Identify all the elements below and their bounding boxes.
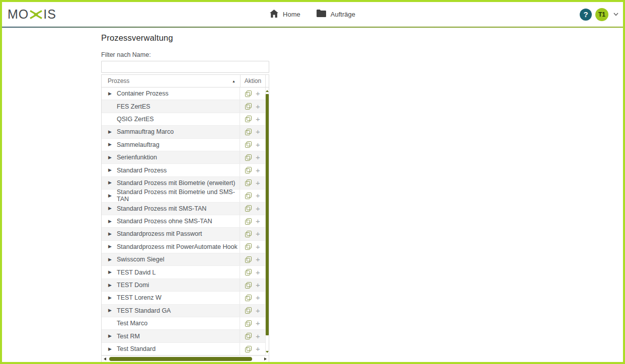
help-button[interactable]: ? bbox=[580, 9, 592, 21]
moxis-logo[interactable]: MO IS bbox=[8, 7, 56, 22]
scroll-right-arrow-icon[interactable] bbox=[264, 357, 267, 360]
add-icon[interactable]: + bbox=[256, 205, 260, 213]
copy-icon[interactable] bbox=[245, 295, 252, 301]
expand-arrow-icon[interactable]: ▶ bbox=[108, 347, 112, 351]
table-row[interactable]: ▶ Test Standard + bbox=[102, 343, 265, 355]
add-icon[interactable]: + bbox=[256, 89, 260, 98]
copy-icon[interactable] bbox=[245, 205, 252, 212]
expand-arrow-icon[interactable]: ▶ bbox=[108, 244, 112, 249]
column-header-prozess[interactable]: Prozess ▲ bbox=[102, 75, 240, 87]
add-icon[interactable]: + bbox=[256, 332, 260, 340]
copy-icon[interactable] bbox=[245, 116, 252, 122]
add-icon[interactable]: + bbox=[256, 230, 260, 238]
add-icon[interactable]: + bbox=[256, 319, 260, 327]
expand-arrow-icon[interactable]: ▶ bbox=[108, 130, 112, 134]
add-icon[interactable]: + bbox=[256, 179, 260, 187]
copy-icon[interactable] bbox=[245, 346, 252, 352]
copy-icon[interactable] bbox=[245, 269, 252, 276]
table-row[interactable]: ▶ Swisscom Siegel + bbox=[102, 253, 265, 266]
copy-icon[interactable] bbox=[245, 167, 252, 173]
copy-icon[interactable] bbox=[245, 256, 252, 263]
table-row[interactable]: ▶ Sammauftrag Marco + bbox=[102, 126, 265, 138]
add-icon[interactable]: + bbox=[256, 268, 260, 277]
add-icon[interactable]: + bbox=[256, 243, 260, 251]
table-row[interactable]: ▶ TEST David L + bbox=[102, 266, 265, 279]
process-name: Test Standard bbox=[117, 345, 155, 352]
add-icon[interactable]: + bbox=[256, 217, 260, 225]
table-row[interactable]: ▶ Standard Prozess mit SMS-TAN + bbox=[102, 203, 265, 215]
table-row[interactable]: ▶ Container Prozess + bbox=[102, 87, 265, 100]
user-menu-chevron-down-icon[interactable] bbox=[613, 13, 618, 16]
copy-icon[interactable] bbox=[245, 103, 252, 110]
filter-name-input[interactable] bbox=[101, 61, 269, 73]
expand-arrow-icon[interactable]: ▶ bbox=[108, 283, 112, 288]
scroll-left-arrow-icon[interactable] bbox=[104, 357, 106, 360]
add-icon[interactable]: + bbox=[256, 141, 260, 149]
nav-item-auftraege[interactable]: Aufträge bbox=[317, 10, 355, 19]
copy-icon[interactable] bbox=[245, 231, 252, 237]
copy-icon[interactable] bbox=[245, 90, 252, 97]
table-row[interactable]: ▶ Test Marco + bbox=[102, 317, 265, 330]
add-icon[interactable]: + bbox=[256, 115, 260, 123]
add-icon[interactable]: + bbox=[256, 128, 260, 136]
copy-icon[interactable] bbox=[245, 243, 252, 250]
vertical-scrollbar[interactable] bbox=[265, 87, 269, 355]
expand-arrow-icon[interactable]: ▶ bbox=[108, 168, 112, 172]
expand-arrow-icon[interactable]: ▶ bbox=[108, 232, 112, 236]
table-row[interactable]: ▶ Test RM + bbox=[102, 330, 265, 342]
table-row[interactable]: ▶ Standardprozess mit PowerAutomate Hook… bbox=[102, 241, 265, 253]
expand-arrow-icon[interactable]: ▶ bbox=[108, 334, 112, 338]
table-row[interactable]: ▶ FES ZertES + bbox=[102, 100, 265, 113]
page: MO IS Home bbox=[0, 0, 625, 364]
table-row[interactable]: ▶ TEST Lorenz W + bbox=[102, 292, 265, 304]
expand-arrow-icon[interactable]: ▶ bbox=[108, 194, 112, 198]
table-row[interactable]: ▶ Standard Prozess ohne SMS-TAN + bbox=[102, 215, 265, 228]
expand-arrow-icon[interactable]: ▶ bbox=[108, 92, 112, 96]
add-icon[interactable]: + bbox=[256, 307, 260, 315]
expand-arrow-icon[interactable]: ▶ bbox=[108, 270, 112, 275]
table-row[interactable]: ▶ Sammelauftrag + bbox=[102, 139, 265, 151]
expand-arrow-icon[interactable]: ▶ bbox=[108, 180, 112, 185]
add-icon[interactable]: + bbox=[256, 166, 260, 174]
table-row[interactable]: ▶ TEST Standard GA + bbox=[102, 305, 265, 317]
process-name: TEST Lorenz W bbox=[117, 294, 162, 301]
expand-arrow-icon[interactable]: ▶ bbox=[108, 257, 112, 262]
copy-icon[interactable] bbox=[245, 320, 252, 327]
add-icon[interactable]: + bbox=[256, 294, 260, 302]
table-row[interactable]: ▶ QSIG ZertES + bbox=[102, 113, 265, 126]
horizontal-scrollbar-thumb[interactable] bbox=[109, 357, 252, 361]
copy-icon[interactable] bbox=[245, 154, 252, 161]
table-row[interactable]: ▶ Serienfunktion + bbox=[102, 151, 265, 164]
table-row[interactable]: ▶ Standard Prozess + bbox=[102, 164, 265, 176]
expand-arrow-icon[interactable]: ▶ bbox=[108, 219, 112, 224]
add-icon[interactable]: + bbox=[256, 281, 260, 289]
scroll-up-arrow-icon[interactable] bbox=[266, 90, 269, 92]
user-avatar[interactable]: T1 bbox=[595, 8, 608, 21]
add-icon[interactable]: + bbox=[256, 153, 260, 161]
scroll-down-arrow-icon[interactable] bbox=[266, 351, 269, 353]
table-row[interactable]: ▶ Standard Prozess mit Biometrie (erweit… bbox=[102, 177, 265, 190]
copy-icon[interactable] bbox=[245, 179, 252, 186]
table-row[interactable]: ▶ Standardprozess mit Passwort + bbox=[102, 228, 265, 240]
copy-icon[interactable] bbox=[245, 141, 252, 148]
copy-icon[interactable] bbox=[245, 307, 252, 314]
expand-arrow-icon[interactable]: ▶ bbox=[108, 142, 112, 147]
add-icon[interactable]: + bbox=[256, 345, 260, 353]
copy-icon[interactable] bbox=[245, 193, 252, 199]
add-icon[interactable]: + bbox=[256, 103, 260, 111]
nav-item-home[interactable]: Home bbox=[270, 10, 300, 20]
expand-arrow-icon[interactable]: ▶ bbox=[108, 308, 112, 313]
copy-icon[interactable] bbox=[245, 333, 252, 339]
add-icon[interactable]: + bbox=[256, 192, 260, 200]
copy-icon[interactable] bbox=[245, 218, 252, 225]
expand-arrow-icon[interactable]: ▶ bbox=[108, 206, 112, 211]
horizontal-scrollbar[interactable] bbox=[102, 355, 269, 362]
copy-icon[interactable] bbox=[245, 129, 252, 135]
add-icon[interactable]: + bbox=[256, 255, 260, 263]
copy-icon[interactable] bbox=[245, 282, 252, 289]
expand-arrow-icon[interactable]: ▶ bbox=[108, 155, 112, 160]
table-row[interactable]: ▶ TEST Domi + bbox=[102, 279, 265, 292]
table-row[interactable]: ▶ Standard Prozess mit Biometrie und SMS… bbox=[102, 190, 265, 202]
vertical-scrollbar-thumb[interactable] bbox=[266, 94, 269, 335]
expand-arrow-icon[interactable]: ▶ bbox=[108, 296, 112, 300]
